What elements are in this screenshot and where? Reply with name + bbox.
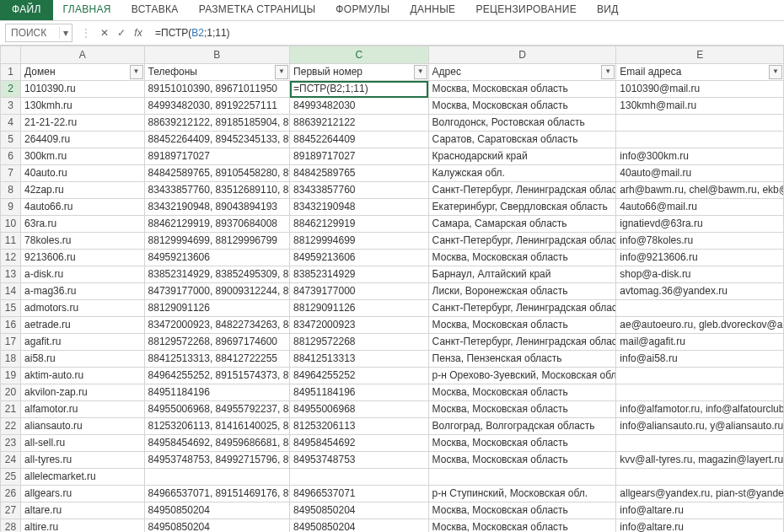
cell[interactable]: 21-21-22.ru [21,115,144,132]
cell[interactable]: 88462129919 [290,216,429,233]
row-header[interactable]: 10 [1,216,21,233]
cell[interactable]: mail@agafit.ru [616,334,784,351]
cell[interactable]: Москва, Московская область [428,435,616,452]
cell[interactable]: 88129572268, 89697174600 [144,334,290,351]
cell[interactable]: 89189717027 [290,148,429,165]
cell[interactable]: info@300km.ru [616,148,784,165]
cell[interactable]: Санкт-Петербург, Ленинградская облас [428,300,616,317]
cell[interactable]: allgears@yandex.ru, pian-st@yandex.r [616,486,784,502]
cancel-formula-icon[interactable]: ✕ [96,27,113,39]
header-first-number[interactable]: Первый номер ▼ [290,64,429,81]
cell[interactable]: Екатеринбург, Свердловская область [428,199,616,216]
filter-icon[interactable]: ▼ [414,65,427,79]
cell[interactable]: Москва, Московская область [428,81,616,98]
cell[interactable]: 84951184196 [144,384,290,401]
cell[interactable]: 84964255252 [290,368,429,384]
filter-icon[interactable]: ▼ [601,65,615,79]
cell[interactable]: 83433857760 [290,182,429,199]
ribbon-tab-home[interactable]: ГЛАВНАЯ [53,0,121,20]
row-header[interactable]: 11 [1,233,21,250]
filter-icon[interactable]: ▼ [130,65,143,79]
cell[interactable]: =ПСТР(B2;1;11) [290,81,429,98]
cell[interactable]: avtomag.36@yandex.ru [616,283,784,300]
ribbon-tab-review[interactable]: РЕЦЕНЗИРОВАНИЕ [465,0,587,20]
select-all-corner[interactable] [1,46,21,64]
cell[interactable]: 83432190948 [290,199,429,216]
cell[interactable]: 84955006968 [290,401,429,418]
row-header[interactable]: 17 [1,334,21,351]
cell[interactable]: aetrade.ru [21,317,144,334]
cell[interactable]: 89189717027 [144,148,290,165]
cell[interactable]: Москва, Московская область [428,384,616,401]
row-header-1[interactable]: 1 [1,64,21,81]
cell[interactable]: 88412513313, 88412722255 [144,351,290,368]
cell[interactable]: 84959213606 [290,250,429,266]
cell[interactable]: info@ai58.ru [616,351,784,368]
cell[interactable]: altare.ru [21,502,144,519]
filter-icon[interactable]: ▼ [275,65,288,79]
name-box-dropdown-icon[interactable]: ▾ [59,27,72,39]
ribbon-tab-formulas[interactable]: ФОРМУЛЫ [325,0,400,20]
row-header[interactable]: 13 [1,266,21,283]
cell[interactable]: Барнаул, Алтайский край [428,266,616,283]
row-header[interactable]: 16 [1,317,21,334]
cell[interactable]: altire.ru [21,519,144,533]
cell[interactable]: Москва, Московская область [428,502,616,519]
cell[interactable]: 84951184196 [290,384,429,401]
row-header[interactable]: 5 [1,132,21,148]
cell[interactable]: 84842589765, 89105458280, 8910 [144,165,290,182]
ribbon-tab-data[interactable]: ДАННЫЕ [400,0,465,20]
row-header[interactable]: 2 [1,81,21,98]
cell[interactable] [144,469,290,486]
fx-icon[interactable]: fx [130,27,147,39]
cell[interactable]: 9213606.ru [21,250,144,266]
row-header[interactable]: 23 [1,435,21,452]
cell[interactable]: 88129091126 [144,300,290,317]
cell[interactable]: 84993482030, 89192257111 [144,98,290,115]
row-header[interactable]: 21 [1,401,21,418]
row-header[interactable]: 4 [1,115,21,132]
cell[interactable]: Самара, Самарская область [428,216,616,233]
cell[interactable]: 84739177000 [290,283,429,300]
cell[interactable]: 84958454692 [290,435,429,452]
cell[interactable]: kvv@all-tyres.ru, magazin@layert.ru [616,452,784,469]
cell[interactable]: 88129572268 [290,334,429,351]
cell[interactable]: Москва, Московская область [428,519,616,533]
name-box[interactable]: ПОИСК ▾ [5,24,72,42]
col-header-c[interactable]: C [290,46,429,64]
row-header[interactable]: 18 [1,351,21,368]
cell[interactable]: agafit.ru [21,334,144,351]
cell[interactable]: 83472000923 [290,317,429,334]
col-header-a[interactable]: A [21,46,144,64]
cell[interactable]: Москва, Московская область [428,452,616,469]
cell[interactable]: 84958454692, 84959686681, 8800 [144,435,290,452]
cell[interactable]: 84953748753 [290,452,429,469]
cell[interactable]: Санкт-Петербург, Ленинградская облас [428,233,616,250]
cell[interactable]: 63ra.ru [21,216,144,233]
cell[interactable]: 83472000923, 84822734263, 8484 [144,317,290,334]
cell[interactable]: 83852314929, 83852495309, 8385 [144,266,290,283]
cell[interactable]: 84739177000, 89009312244, 8910 [144,283,290,300]
cell[interactable]: 83432190948, 89043894193 [144,199,290,216]
cell[interactable]: Санкт-Петербург, Ленинградская облас [428,334,616,351]
col-header-d[interactable]: D [428,46,616,64]
cell[interactable]: all-sell.ru [21,435,144,452]
enter-formula-icon[interactable]: ✓ [113,27,130,39]
cell[interactable]: 130kmh@mail.ru [616,98,784,115]
cell[interactable] [616,300,784,317]
row-header[interactable]: 12 [1,250,21,266]
cell[interactable]: 84955006968, 84955792237, 8495 [144,401,290,418]
cell[interactable] [616,469,784,486]
cell[interactable]: 1010390@mail.ru [616,81,784,98]
cell[interactable]: 42zap.ru [21,182,144,199]
header-domain[interactable]: Домен ▼ [21,64,144,81]
cell[interactable]: 84842589765 [290,165,429,182]
cell[interactable]: info@aliansauto.ru, y@aliansauto.ru [616,418,784,435]
cell[interactable]: Москва, Московская область [428,98,616,115]
cell[interactable]: Санкт-Петербург, Ленинградская облас [428,182,616,199]
ribbon-tab-page-layout[interactable]: РАЗМЕТКА СТРАНИЦЫ [189,0,326,20]
ribbon-tab-insert[interactable]: ВСТАВКА [121,0,189,20]
cell[interactable]: 88639212122 [290,115,429,132]
cell[interactable]: akvilon-zap.ru [21,384,144,401]
ribbon-tab-view[interactable]: ВИД [587,0,629,20]
